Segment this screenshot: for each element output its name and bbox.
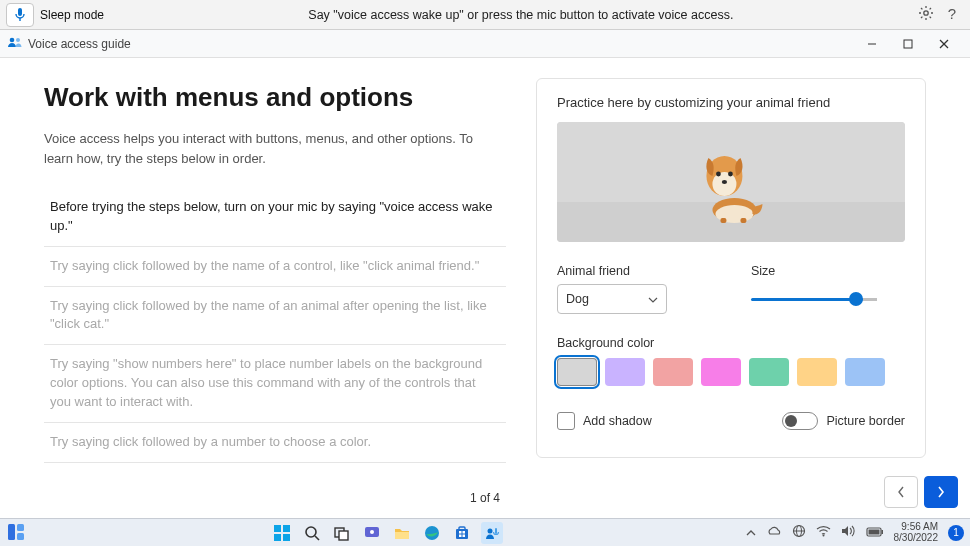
step-5: Try saying click followed by a number to… [44, 423, 506, 463]
svg-rect-40 [495, 528, 497, 534]
start-button[interactable] [271, 522, 293, 544]
maximize-button[interactable] [890, 30, 926, 58]
swatch-2[interactable] [605, 358, 645, 386]
swatch-1[interactable] [557, 358, 597, 386]
language-icon[interactable] [792, 524, 806, 541]
svg-point-44 [822, 535, 824, 537]
voice-access-taskbar-button[interactable] [481, 522, 503, 544]
main-content: Work with menus and options Voice access… [0, 58, 970, 478]
picture-border-option[interactable]: Picture border [782, 412, 905, 430]
add-shadow-label: Add shadow [583, 414, 652, 428]
voice-access-message: Say "voice access wake up" or press the … [124, 8, 918, 22]
svg-rect-19 [17, 524, 24, 531]
size-slider[interactable] [751, 284, 905, 314]
taskbar: 9:56 AM 8/30/2022 1 [0, 518, 970, 546]
slider-thumb[interactable] [849, 292, 863, 306]
svg-rect-31 [395, 532, 409, 539]
svg-rect-17 [740, 218, 746, 223]
svg-rect-47 [868, 529, 879, 534]
swatch-7[interactable] [845, 358, 885, 386]
svg-rect-22 [283, 525, 290, 532]
svg-point-14 [728, 172, 733, 177]
settings-icon[interactable] [918, 5, 934, 24]
practice-card: Practice here by customizing your animal… [536, 78, 926, 458]
page-title: Work with menus and options [44, 82, 506, 113]
step-4: Try saying "show numbers here" to place … [44, 345, 506, 423]
color-swatches [557, 358, 905, 386]
svg-rect-46 [881, 530, 883, 534]
mic-icon [14, 7, 26, 23]
chat-button[interactable] [361, 522, 383, 544]
voice-access-guide-icon [8, 35, 22, 52]
svg-rect-35 [459, 531, 462, 534]
mic-button[interactable] [6, 3, 34, 27]
svg-rect-38 [462, 534, 465, 537]
window-titlebar: Voice access guide [0, 30, 970, 58]
svg-rect-20 [17, 533, 24, 540]
svg-point-4 [16, 38, 20, 42]
edge-button[interactable] [421, 522, 443, 544]
step-2: Try saying click followed by the name of… [44, 247, 506, 287]
swatch-3[interactable] [653, 358, 693, 386]
svg-line-26 [315, 536, 319, 540]
svg-rect-18 [8, 524, 15, 540]
svg-rect-0 [18, 8, 22, 16]
background-color-label: Background color [557, 336, 905, 350]
file-explorer-button[interactable] [391, 522, 413, 544]
svg-rect-16 [720, 218, 726, 223]
svg-point-2 [923, 11, 927, 15]
svg-rect-36 [462, 531, 465, 534]
voice-access-bar: Sleep mode Say "voice access wake up" or… [0, 0, 970, 30]
system-tray[interactable]: 9:56 AM 8/30/2022 1 [746, 522, 965, 543]
picture-border-label: Picture border [826, 414, 905, 428]
add-shadow-checkbox[interactable] [557, 412, 575, 430]
chevron-down-icon [648, 292, 658, 306]
time-text: 9:56 AM [901, 522, 938, 533]
window-title: Voice access guide [28, 37, 131, 51]
task-view-button[interactable] [331, 522, 353, 544]
onedrive-icon[interactable] [766, 525, 782, 540]
svg-point-15 [722, 180, 727, 184]
svg-rect-37 [459, 534, 462, 537]
clock[interactable]: 9:56 AM 8/30/2022 [894, 522, 939, 543]
svg-point-39 [487, 528, 492, 533]
next-page-button[interactable] [924, 476, 958, 508]
svg-point-30 [370, 530, 374, 534]
dog-icon [690, 136, 768, 224]
svg-point-25 [306, 527, 316, 537]
swatch-4[interactable] [701, 358, 741, 386]
practice-title: Practice here by customizing your animal… [557, 95, 905, 110]
taskbar-center [28, 522, 746, 544]
svg-rect-23 [274, 534, 281, 541]
volume-icon[interactable] [841, 525, 856, 540]
search-button[interactable] [301, 522, 323, 544]
instructions-panel: Work with menus and options Voice access… [44, 78, 506, 478]
svg-rect-34 [459, 527, 465, 530]
minimize-button[interactable] [854, 30, 890, 58]
svg-point-13 [716, 172, 721, 177]
preview-area [557, 122, 905, 242]
page-indicator: 1 of 4 [470, 491, 500, 505]
swatch-5[interactable] [749, 358, 789, 386]
swatch-6[interactable] [797, 358, 837, 386]
battery-icon[interactable] [866, 526, 884, 540]
svg-rect-28 [339, 531, 348, 540]
svg-rect-21 [274, 525, 281, 532]
widgets-button[interactable] [6, 522, 28, 544]
tray-chevron-icon[interactable] [746, 526, 756, 540]
help-icon[interactable]: ? [948, 5, 956, 24]
picture-border-toggle[interactable] [782, 412, 818, 430]
wifi-icon[interactable] [816, 525, 831, 540]
svg-point-3 [10, 38, 15, 43]
sleep-mode-label: Sleep mode [40, 8, 104, 22]
animal-friend-select[interactable]: Dog [557, 284, 667, 314]
pager-bar: 1 of 4 [0, 478, 970, 518]
close-button[interactable] [926, 30, 962, 58]
step-1: Before trying the steps below, turn on y… [44, 188, 506, 247]
add-shadow-option[interactable]: Add shadow [557, 412, 652, 430]
notification-badge[interactable]: 1 [948, 525, 964, 541]
animal-friend-label: Animal friend [557, 264, 711, 278]
store-button[interactable] [451, 522, 473, 544]
prev-page-button[interactable] [884, 476, 918, 508]
page-subtext: Voice access helps you interact with but… [44, 129, 474, 168]
